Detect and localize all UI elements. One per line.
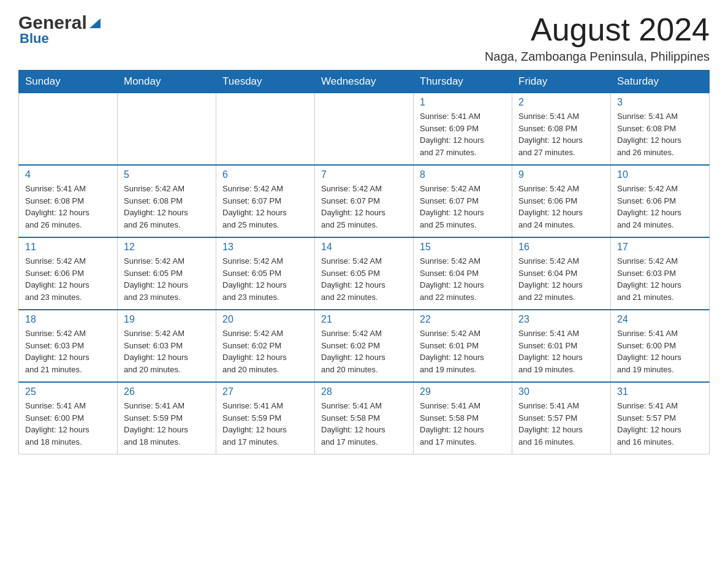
- calendar-cell: 28Sunrise: 5:41 AM Sunset: 5:58 PM Dayli…: [315, 382, 414, 454]
- day-number: 29: [420, 386, 506, 397]
- day-number: 3: [617, 97, 703, 108]
- day-number: 30: [518, 386, 604, 397]
- calendar-cell: 5Sunrise: 5:42 AM Sunset: 6:08 PM Daylig…: [118, 165, 216, 237]
- calendar-cell: 7Sunrise: 5:42 AM Sunset: 6:07 PM Daylig…: [315, 165, 414, 237]
- day-number: 23: [518, 314, 604, 325]
- calendar-cell: 21Sunrise: 5:42 AM Sunset: 6:02 PM Dayli…: [315, 310, 414, 382]
- calendar-cell: 17Sunrise: 5:42 AM Sunset: 6:03 PM Dayli…: [611, 237, 710, 310]
- calendar-cell: 19Sunrise: 5:42 AM Sunset: 6:03 PM Dayli…: [118, 310, 216, 382]
- logo-general: General: [18, 12, 87, 33]
- day-number: 4: [25, 169, 111, 180]
- day-number: 9: [518, 169, 604, 180]
- day-info: Sunrise: 5:41 AM Sunset: 6:09 PM Dayligh…: [420, 110, 506, 158]
- day-info: Sunrise: 5:42 AM Sunset: 6:06 PM Dayligh…: [25, 255, 111, 303]
- day-info: Sunrise: 5:42 AM Sunset: 6:04 PM Dayligh…: [420, 255, 506, 303]
- calendar-cell: 23Sunrise: 5:41 AM Sunset: 6:01 PM Dayli…: [512, 310, 611, 382]
- calendar-cell: 10Sunrise: 5:42 AM Sunset: 6:06 PM Dayli…: [611, 165, 710, 237]
- calendar-week-row: 25Sunrise: 5:41 AM Sunset: 6:00 PM Dayli…: [19, 382, 710, 454]
- day-info: Sunrise: 5:42 AM Sunset: 6:06 PM Dayligh…: [518, 183, 604, 231]
- calendar-cell: 26Sunrise: 5:41 AM Sunset: 5:59 PM Dayli…: [118, 382, 216, 454]
- page-title: August 2024: [485, 12, 710, 47]
- calendar-cell: [216, 93, 315, 166]
- day-info: Sunrise: 5:42 AM Sunset: 6:06 PM Dayligh…: [617, 183, 703, 231]
- calendar-cell: 22Sunrise: 5:42 AM Sunset: 6:01 PM Dayli…: [414, 310, 512, 382]
- page-header: General Blue August 2024 Naga, Zamboanga…: [18, 12, 710, 64]
- calendar-week-row: 18Sunrise: 5:42 AM Sunset: 6:03 PM Dayli…: [19, 310, 710, 382]
- day-info: Sunrise: 5:42 AM Sunset: 6:05 PM Dayligh…: [124, 255, 210, 303]
- day-number: 19: [124, 314, 210, 325]
- calendar-cell: 2Sunrise: 5:41 AM Sunset: 6:08 PM Daylig…: [512, 93, 611, 166]
- calendar-cell: 24Sunrise: 5:41 AM Sunset: 6:00 PM Dayli…: [611, 310, 710, 382]
- calendar-week-row: 11Sunrise: 5:42 AM Sunset: 6:06 PM Dayli…: [19, 237, 710, 310]
- day-number: 14: [321, 242, 407, 253]
- calendar-week-row: 4Sunrise: 5:41 AM Sunset: 6:08 PM Daylig…: [19, 165, 710, 237]
- calendar-cell: 1Sunrise: 5:41 AM Sunset: 6:09 PM Daylig…: [414, 93, 512, 166]
- day-info: Sunrise: 5:42 AM Sunset: 6:03 PM Dayligh…: [25, 327, 111, 375]
- day-info: Sunrise: 5:42 AM Sunset: 6:07 PM Dayligh…: [321, 183, 407, 231]
- logo-blue: Blue: [20, 31, 103, 47]
- day-number: 12: [124, 242, 210, 253]
- day-number: 24: [617, 314, 703, 325]
- day-number: 1: [420, 97, 506, 108]
- day-info: Sunrise: 5:41 AM Sunset: 6:01 PM Dayligh…: [518, 327, 604, 375]
- day-info: Sunrise: 5:42 AM Sunset: 6:05 PM Dayligh…: [321, 255, 407, 303]
- logo-triangle-icon: [88, 16, 102, 29]
- day-info: Sunrise: 5:42 AM Sunset: 6:07 PM Dayligh…: [222, 183, 308, 231]
- day-number: 16: [518, 242, 604, 253]
- calendar-cell: 18Sunrise: 5:42 AM Sunset: 6:03 PM Dayli…: [19, 310, 118, 382]
- calendar-cell: 25Sunrise: 5:41 AM Sunset: 6:00 PM Dayli…: [19, 382, 118, 454]
- calendar-cell: 3Sunrise: 5:41 AM Sunset: 6:08 PM Daylig…: [611, 93, 710, 166]
- day-info: Sunrise: 5:41 AM Sunset: 5:58 PM Dayligh…: [321, 400, 407, 448]
- day-number: 25: [25, 386, 111, 397]
- calendar-cell: 16Sunrise: 5:42 AM Sunset: 6:04 PM Dayli…: [512, 237, 611, 310]
- calendar-cell: 9Sunrise: 5:42 AM Sunset: 6:06 PM Daylig…: [512, 165, 611, 237]
- calendar-cell: 27Sunrise: 5:41 AM Sunset: 5:59 PM Dayli…: [216, 382, 315, 454]
- day-info: Sunrise: 5:41 AM Sunset: 5:57 PM Dayligh…: [518, 400, 604, 448]
- day-number: 26: [124, 386, 210, 397]
- day-number: 5: [124, 169, 210, 180]
- day-number: 18: [25, 314, 111, 325]
- day-number: 27: [222, 386, 308, 397]
- calendar-cell: 12Sunrise: 5:42 AM Sunset: 6:05 PM Dayli…: [118, 237, 216, 310]
- day-number: 7: [321, 169, 407, 180]
- day-info: Sunrise: 5:41 AM Sunset: 6:00 PM Dayligh…: [617, 327, 703, 375]
- calendar-day-header: Tuesday: [216, 71, 315, 93]
- day-info: Sunrise: 5:42 AM Sunset: 6:01 PM Dayligh…: [420, 327, 506, 375]
- calendar-cell: 13Sunrise: 5:42 AM Sunset: 6:05 PM Dayli…: [216, 237, 315, 310]
- day-info: Sunrise: 5:41 AM Sunset: 5:57 PM Dayligh…: [617, 400, 703, 448]
- calendar-cell: 29Sunrise: 5:41 AM Sunset: 5:58 PM Dayli…: [414, 382, 512, 454]
- day-info: Sunrise: 5:42 AM Sunset: 6:07 PM Dayligh…: [420, 183, 506, 231]
- title-area: August 2024 Naga, Zamboanga Peninsula, P…: [485, 12, 710, 64]
- svg-marker-0: [89, 18, 100, 28]
- day-info: Sunrise: 5:41 AM Sunset: 5:58 PM Dayligh…: [420, 400, 506, 448]
- day-number: 11: [25, 242, 111, 253]
- calendar-cell: 4Sunrise: 5:41 AM Sunset: 6:08 PM Daylig…: [19, 165, 118, 237]
- day-number: 21: [321, 314, 407, 325]
- day-number: 2: [518, 97, 604, 108]
- calendar-table: SundayMondayTuesdayWednesdayThursdayFrid…: [18, 70, 710, 454]
- calendar-cell: [118, 93, 216, 166]
- day-number: 8: [420, 169, 506, 180]
- day-number: 22: [420, 314, 506, 325]
- day-info: Sunrise: 5:42 AM Sunset: 6:03 PM Dayligh…: [124, 327, 210, 375]
- logo: General Blue: [18, 12, 103, 47]
- calendar-cell: 11Sunrise: 5:42 AM Sunset: 6:06 PM Dayli…: [19, 237, 118, 310]
- day-number: 28: [321, 386, 407, 397]
- calendar-cell: [19, 93, 118, 166]
- day-info: Sunrise: 5:42 AM Sunset: 6:02 PM Dayligh…: [222, 327, 308, 375]
- day-info: Sunrise: 5:42 AM Sunset: 6:03 PM Dayligh…: [617, 255, 703, 303]
- day-info: Sunrise: 5:42 AM Sunset: 6:08 PM Dayligh…: [124, 183, 210, 231]
- calendar-cell: 30Sunrise: 5:41 AM Sunset: 5:57 PM Dayli…: [512, 382, 611, 454]
- calendar-day-header: Thursday: [414, 71, 512, 93]
- calendar-cell: 14Sunrise: 5:42 AM Sunset: 6:05 PM Dayli…: [315, 237, 414, 310]
- day-info: Sunrise: 5:42 AM Sunset: 6:04 PM Dayligh…: [518, 255, 604, 303]
- calendar-cell: 6Sunrise: 5:42 AM Sunset: 6:07 PM Daylig…: [216, 165, 315, 237]
- calendar-cell: 31Sunrise: 5:41 AM Sunset: 5:57 PM Dayli…: [611, 382, 710, 454]
- calendar-day-header: Friday: [512, 71, 611, 93]
- calendar-cell: [315, 93, 414, 166]
- calendar-cell: 8Sunrise: 5:42 AM Sunset: 6:07 PM Daylig…: [414, 165, 512, 237]
- day-number: 15: [420, 242, 506, 253]
- calendar-day-header: Monday: [118, 71, 216, 93]
- calendar-cell: 20Sunrise: 5:42 AM Sunset: 6:02 PM Dayli…: [216, 310, 315, 382]
- day-number: 13: [222, 242, 308, 253]
